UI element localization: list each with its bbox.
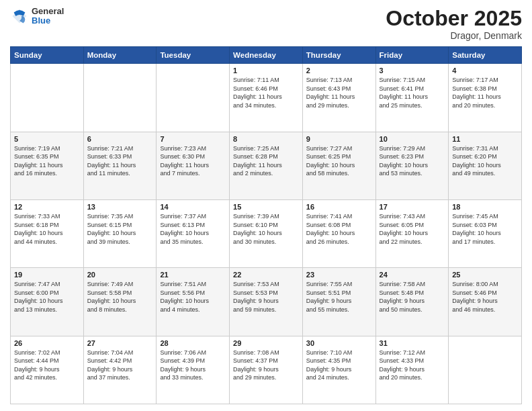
day-cell: 10Sunrise: 7:29 AM Sunset: 6:23 PM Dayli… [375,132,449,199]
day-cell [83,64,157,132]
day-info: Sunrise: 7:13 AM Sunset: 6:43 PM Dayligh… [306,76,372,109]
day-cell: 8Sunrise: 7:25 AM Sunset: 6:28 PM Daylig… [230,132,303,199]
logo-blue: Blue [32,16,64,26]
day-info: Sunrise: 7:12 AM Sunset: 4:33 PM Dayligh… [380,349,445,382]
day-number: 16 [306,203,372,211]
day-cell: 12Sunrise: 7:33 AM Sunset: 6:18 PM Dayli… [11,199,84,267]
day-cell: 3Sunrise: 7:15 AM Sunset: 6:41 PM Daylig… [375,64,449,132]
day-info: Sunrise: 7:11 AM Sunset: 6:46 PM Dayligh… [233,76,299,109]
week-row-1: 1Sunrise: 7:11 AM Sunset: 6:46 PM Daylig… [11,64,522,132]
day-cell: 1Sunrise: 7:11 AM Sunset: 6:46 PM Daylig… [230,64,303,132]
day-info: Sunrise: 7:41 AM Sunset: 6:08 PM Dayligh… [306,212,372,246]
day-info: Sunrise: 7:10 AM Sunset: 4:35 PM Dayligh… [306,349,372,382]
day-cell: 9Sunrise: 7:27 AM Sunset: 6:25 PM Daylig… [302,132,375,199]
title-block: October 2025 Dragor, Denmark [386,7,522,41]
day-cell: 19Sunrise: 7:47 AM Sunset: 6:00 PM Dayli… [11,268,84,336]
day-cell: 27Sunrise: 7:04 AM Sunset: 4:42 PM Dayli… [83,336,157,404]
day-number: 25 [452,271,518,279]
day-number: 13 [87,203,153,211]
day-number: 4 [452,66,518,75]
day-info: Sunrise: 7:47 AM Sunset: 6:00 PM Dayligh… [14,280,80,314]
day-info: Sunrise: 7:08 AM Sunset: 4:37 PM Dayligh… [233,349,299,382]
day-cell: 15Sunrise: 7:39 AM Sunset: 6:10 PM Dayli… [230,199,303,267]
day-cell: 14Sunrise: 7:37 AM Sunset: 6:13 PM Dayli… [157,199,230,267]
day-cell: 30Sunrise: 7:10 AM Sunset: 4:35 PM Dayli… [302,336,375,404]
day-number: 30 [306,339,372,347]
day-number: 20 [87,271,153,279]
day-cell: 31Sunrise: 7:12 AM Sunset: 4:33 PM Dayli… [375,336,449,404]
day-info: Sunrise: 7:39 AM Sunset: 6:10 PM Dayligh… [233,212,299,246]
day-number: 3 [380,66,445,75]
day-number: 10 [380,135,445,143]
day-number: 18 [452,203,518,211]
day-number: 28 [160,339,226,347]
weekday-thursday: Thursday [302,47,375,64]
logo-icon [10,7,29,26]
day-number: 1 [233,66,299,75]
day-number: 31 [380,339,445,347]
day-info: Sunrise: 7:45 AM Sunset: 6:03 PM Dayligh… [452,212,518,246]
day-info: Sunrise: 7:35 AM Sunset: 6:15 PM Dayligh… [87,212,153,246]
day-number: 22 [233,271,299,279]
day-info: Sunrise: 7:04 AM Sunset: 4:42 PM Dayligh… [87,349,153,382]
day-number: 11 [452,135,518,143]
header: General Blue October 2025 Dragor, Denmar… [10,7,522,41]
day-cell: 23Sunrise: 7:55 AM Sunset: 5:51 PM Dayli… [302,268,375,336]
day-number: 5 [14,135,80,143]
day-number: 21 [160,271,226,279]
page: General Blue October 2025 Dragor, Denmar… [0,0,532,411]
day-info: Sunrise: 7:17 AM Sunset: 6:38 PM Dayligh… [452,76,518,109]
weekday-saturday: Saturday [449,47,522,64]
day-cell: 28Sunrise: 7:06 AM Sunset: 4:39 PM Dayli… [157,336,230,404]
day-cell [11,64,84,132]
day-number: 19 [14,271,80,279]
day-cell: 5Sunrise: 7:19 AM Sunset: 6:35 PM Daylig… [11,132,84,199]
weekday-monday: Monday [83,47,157,64]
day-cell: 7Sunrise: 7:23 AM Sunset: 6:30 PM Daylig… [157,132,230,199]
day-cell: 25Sunrise: 8:00 AM Sunset: 5:46 PM Dayli… [449,268,522,336]
location: Dragor, Denmark [386,30,522,41]
day-cell: 24Sunrise: 7:58 AM Sunset: 5:48 PM Dayli… [375,268,449,336]
day-info: Sunrise: 7:02 AM Sunset: 4:44 PM Dayligh… [14,349,80,382]
day-info: Sunrise: 7:49 AM Sunset: 5:58 PM Dayligh… [87,280,153,314]
day-cell: 11Sunrise: 7:31 AM Sunset: 6:20 PM Dayli… [449,132,522,199]
day-number: 14 [160,203,226,211]
day-cell [157,64,230,132]
week-row-4: 19Sunrise: 7:47 AM Sunset: 6:00 PM Dayli… [11,268,522,336]
day-number: 6 [87,135,153,143]
day-cell [449,336,522,404]
day-cell: 22Sunrise: 7:53 AM Sunset: 5:53 PM Dayli… [230,268,303,336]
day-number: 8 [233,135,299,143]
day-info: Sunrise: 7:58 AM Sunset: 5:48 PM Dayligh… [380,280,445,314]
day-cell: 16Sunrise: 7:41 AM Sunset: 6:08 PM Dayli… [302,199,375,267]
weekday-friday: Friday [375,47,449,64]
day-number: 29 [233,339,299,347]
week-row-2: 5Sunrise: 7:19 AM Sunset: 6:35 PM Daylig… [11,132,522,199]
day-info: Sunrise: 7:25 AM Sunset: 6:28 PM Dayligh… [233,144,299,178]
day-cell: 13Sunrise: 7:35 AM Sunset: 6:15 PM Dayli… [83,199,157,267]
logo-general: General [32,7,64,16]
weekday-tuesday: Tuesday [157,47,230,64]
day-number: 24 [380,271,445,279]
day-info: Sunrise: 7:15 AM Sunset: 6:41 PM Dayligh… [380,76,445,109]
day-number: 7 [160,135,226,143]
logo-text: General Blue [32,7,64,26]
day-cell: 21Sunrise: 7:51 AM Sunset: 5:56 PM Dayli… [157,268,230,336]
day-number: 23 [306,271,372,279]
day-info: Sunrise: 7:53 AM Sunset: 5:53 PM Dayligh… [233,280,299,314]
day-info: Sunrise: 7:06 AM Sunset: 4:39 PM Dayligh… [160,349,226,382]
calendar-table: SundayMondayTuesdayWednesdayThursdayFrid… [10,46,522,404]
logo: General Blue [10,7,64,26]
week-row-3: 12Sunrise: 7:33 AM Sunset: 6:18 PM Dayli… [11,199,522,267]
day-number: 9 [306,135,372,143]
day-info: Sunrise: 7:23 AM Sunset: 6:30 PM Dayligh… [160,144,226,178]
weekday-sunday: Sunday [11,47,84,64]
day-number: 17 [380,203,445,211]
day-cell: 4Sunrise: 7:17 AM Sunset: 6:38 PM Daylig… [449,64,522,132]
day-info: Sunrise: 7:43 AM Sunset: 6:05 PM Dayligh… [380,212,445,246]
day-info: Sunrise: 7:33 AM Sunset: 6:18 PM Dayligh… [14,212,80,246]
day-cell: 17Sunrise: 7:43 AM Sunset: 6:05 PM Dayli… [375,199,449,267]
weekday-wednesday: Wednesday [230,47,303,64]
day-number: 15 [233,203,299,211]
day-info: Sunrise: 7:19 AM Sunset: 6:35 PM Dayligh… [14,144,80,178]
